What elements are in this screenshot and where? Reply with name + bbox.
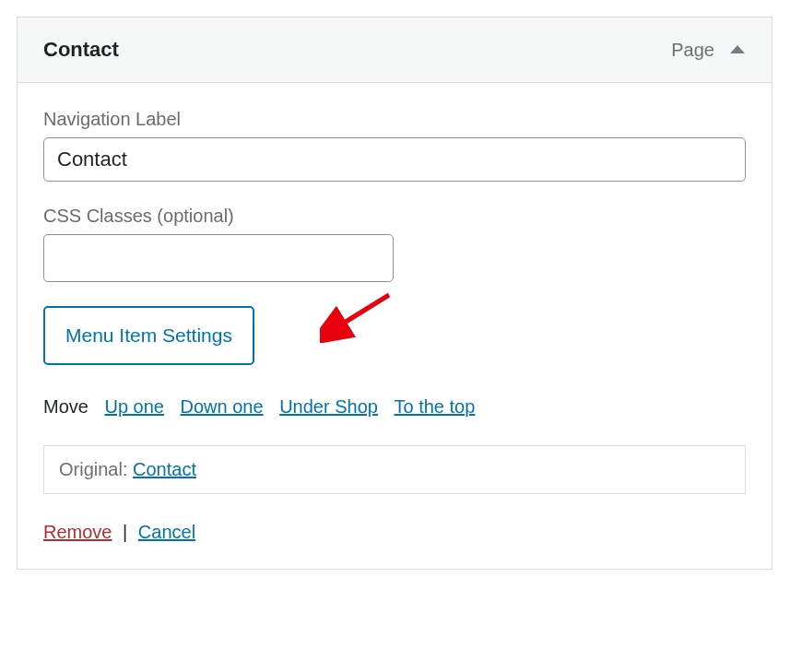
cancel-link[interactable]: Cancel bbox=[138, 522, 195, 542]
panel-body: Navigation Label CSS Classes (optional) … bbox=[18, 83, 772, 569]
panel-title: Contact bbox=[43, 38, 119, 62]
panel-header-right: Page bbox=[671, 40, 746, 61]
svg-line-1 bbox=[338, 295, 389, 326]
move-row: Move Up one Down one Under Shop To the t… bbox=[43, 396, 746, 418]
move-under-shop-link[interactable]: Under Shop bbox=[279, 396, 378, 417]
navigation-label-field-group: Navigation Label bbox=[43, 109, 746, 182]
arrow-annotation-icon bbox=[320, 288, 403, 343]
navigation-label-label: Navigation Label bbox=[43, 109, 746, 130]
move-to-the-top-link[interactable]: To the top bbox=[394, 396, 475, 417]
original-link[interactable]: Contact bbox=[133, 459, 196, 479]
move-down-one-link[interactable]: Down one bbox=[181, 396, 264, 417]
move-up-one-link[interactable]: Up one bbox=[104, 396, 164, 417]
menu-item-panel: Contact Page Navigation Label CSS Classe… bbox=[17, 17, 772, 570]
remove-link[interactable]: Remove bbox=[43, 522, 112, 542]
move-label: Move bbox=[43, 396, 88, 417]
css-classes-field-group: CSS Classes (optional) bbox=[43, 206, 746, 282]
original-box: Original: Contact bbox=[43, 445, 746, 494]
menu-item-settings-button[interactable]: Menu Item Settings bbox=[43, 306, 254, 365]
css-classes-input[interactable] bbox=[43, 234, 394, 282]
action-separator: | bbox=[123, 522, 127, 542]
navigation-label-input[interactable] bbox=[43, 137, 746, 182]
panel-header[interactable]: Contact Page bbox=[18, 18, 772, 83]
collapse-chevron-up-icon[interactable] bbox=[729, 41, 746, 58]
css-classes-label: CSS Classes (optional) bbox=[43, 206, 746, 227]
original-label: Original: bbox=[59, 459, 127, 479]
item-type-label: Page bbox=[671, 40, 714, 61]
actions-row: Remove | Cancel bbox=[43, 522, 746, 543]
